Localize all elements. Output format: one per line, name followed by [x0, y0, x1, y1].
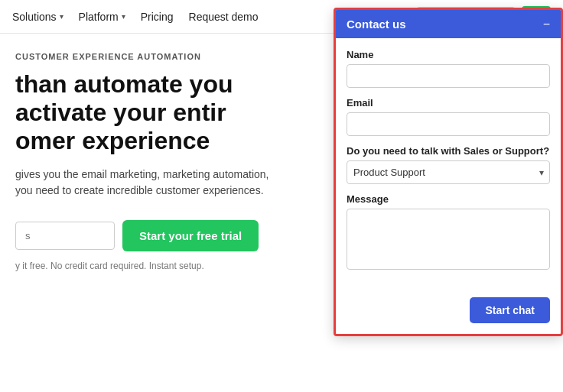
name-input[interactable] [347, 64, 550, 88]
email-label: Email [347, 97, 550, 109]
platform-label: Platform [79, 11, 119, 23]
message-label: Message [347, 193, 550, 205]
hero-title: than automate you activate your entir om… [15, 70, 314, 154]
platform-chevron-icon: ▾ [122, 12, 125, 21]
hero-title-line2: activate your entir [15, 99, 226, 126]
message-field-group: Message [347, 193, 550, 273]
contact-title: Contact us [347, 18, 406, 31]
select-wrapper: Product Support Sales ▾ [347, 160, 550, 184]
contact-panel: Contact us − Name Email Do you need to t… [334, 8, 563, 336]
cta-row: Start your free trial [15, 220, 314, 251]
contact-form-body: Name Email Do you need to talk with Sale… [336, 38, 561, 290]
contact-footer: Start chat [336, 290, 561, 334]
request-demo-link[interactable]: Request demo [189, 11, 259, 23]
hero-label: Customer Experience Automation [15, 52, 314, 61]
name-field-group: Name [347, 49, 550, 88]
email-field-group: Email [347, 97, 550, 136]
cta-start-trial-button[interactable]: Start your free trial [122, 220, 259, 251]
platform-menu[interactable]: Platform ▾ [79, 11, 125, 23]
close-icon: − [543, 18, 550, 31]
pricing-link[interactable]: Pricing [141, 11, 174, 23]
name-label: Name [347, 49, 550, 60]
contact-header: Contact us − [336, 10, 561, 38]
pricing-label: Pricing [141, 11, 174, 23]
select-label: Do you need to talk with Sales or Suppor… [347, 145, 550, 157]
hero-subtitle: gives you the email marketing, marketing… [15, 167, 314, 199]
support-type-select[interactable]: Product Support Sales [347, 160, 550, 184]
cta-note: y it free. No credit card required. Inst… [15, 261, 314, 271]
hero-section: Customer Experience Automation than auto… [0, 34, 329, 290]
contact-close-button[interactable]: − [543, 18, 550, 31]
email-input[interactable] [347, 112, 550, 136]
cta-button-label: Start your free trial [139, 229, 242, 242]
hero-title-line1: than automate you [15, 70, 233, 98]
solutions-label: Solutions [12, 11, 57, 23]
cta-email-input[interactable] [15, 222, 115, 250]
start-chat-label: Start chat [485, 304, 535, 316]
request-demo-label: Request demo [189, 11, 259, 23]
message-textarea[interactable] [347, 209, 550, 270]
start-chat-button[interactable]: Start chat [470, 297, 550, 323]
select-field-group: Do you need to talk with Sales or Suppor… [347, 145, 550, 184]
solutions-chevron-icon: ▾ [60, 12, 63, 21]
solutions-menu[interactable]: Solutions ▾ [12, 11, 63, 23]
hero-title-line3: omer experience [15, 127, 210, 154]
